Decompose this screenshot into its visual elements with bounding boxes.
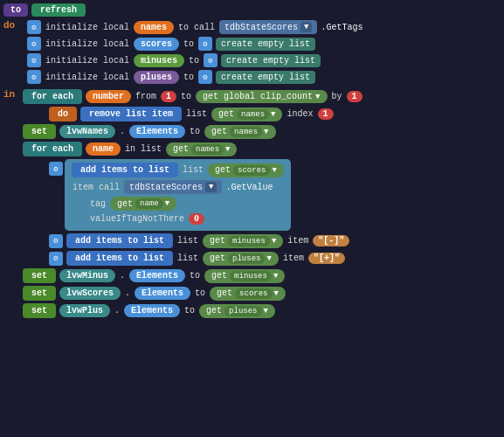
get-text-2: get: [211, 127, 227, 136]
in-list-label: in list: [125, 144, 162, 154]
dropdown-arrow-9[interactable]: ▼: [273, 272, 278, 281]
dropdown-arrow-4[interactable]: ▼: [225, 145, 230, 154]
value-row: valueIfTagNotThere 0: [87, 213, 286, 225]
for-each-kw-2: for each: [23, 142, 82, 156]
get-tags-method: .GetTags: [321, 23, 362, 32]
from-val: 1: [161, 91, 176, 102]
dropdown-arrow-3[interactable]: ▼: [264, 128, 268, 136]
dropdown-arrow-6[interactable]: ▼: [165, 199, 169, 208]
create-empty-list-1: create empty list: [216, 38, 315, 51]
dot-2: .: [120, 271, 125, 281]
get-names-block[interactable]: get names ▼: [211, 108, 282, 121]
lvwminus-chip[interactable]: lvwMinus: [59, 269, 115, 282]
elements-chip-2[interactable]: Elements: [129, 269, 185, 282]
to-label-3: to: [189, 56, 199, 66]
set-lvwnames-row: set lvwNames . Elements to get names ▼: [21, 124, 501, 139]
elements-chip-3[interactable]: Elements: [135, 287, 190, 300]
do-nested-block: ⚙ add items to list list get scores ▼: [21, 159, 501, 268]
dropdown-arrow-5[interactable]: ▼: [272, 166, 276, 175]
get-minuses-block[interactable]: get minuses ▼: [203, 234, 283, 248]
do-remove-row: do remove list item list get names ▼ ind…: [47, 107, 501, 121]
gear-icon-4: ⚙: [27, 53, 41, 67]
to-kw-4: to: [195, 288, 205, 298]
get-pluses-var-2: pluses: [224, 306, 261, 316]
value-0: 0: [189, 213, 204, 225]
get-minuses-var-2: minuses: [230, 271, 272, 281]
get-minuses-block-2[interactable]: get minuses ▼: [204, 269, 285, 283]
dropdown-arrow-8[interactable]: ▼: [266, 254, 271, 263]
minus-str: "[-]": [313, 235, 349, 246]
get-name-block[interactable]: get name ▼: [110, 197, 176, 211]
for-each-kw: for each: [23, 89, 82, 104]
item-label: item: [72, 183, 93, 192]
get-global-clip-count[interactable]: get global clip_count ▼: [196, 90, 327, 103]
init-label-4: initialize local: [45, 73, 129, 82]
get-pluses-block-2[interactable]: get pluses ▼: [199, 304, 275, 318]
minuses-var[interactable]: minuses: [134, 54, 184, 67]
scores-var[interactable]: scores: [134, 38, 179, 51]
set-lvwplus-row: set lvwPlus . Elements to get pluses ▼: [21, 303, 501, 318]
lvwscores-chip[interactable]: lvwScores: [59, 287, 121, 300]
by-label: by: [332, 92, 342, 101]
names-var[interactable]: names: [134, 21, 174, 34]
init-label-2: initialize local: [45, 39, 129, 49]
call-dropdown-2[interactable]: ▼: [205, 182, 217, 192]
for-each-name-row: for each name in list get names ▼: [21, 142, 501, 156]
call-block-name: tdbStateScores: [224, 23, 298, 32]
call-label-2: call: [99, 183, 120, 192]
item-label-2: item: [287, 236, 308, 246]
init-label-3: initialize local: [45, 56, 129, 66]
elements-chip[interactable]: Elements: [129, 125, 185, 138]
gear-icon-2: ⚙: [27, 37, 41, 51]
dot-sep: .: [120, 127, 125, 136]
get-names-list[interactable]: get names ▼: [166, 142, 237, 156]
block-editor: to refresh do ⚙ initialize local names t…: [0, 0, 504, 324]
init-names-row: ⚙ initialize local names to call tdbStat…: [25, 20, 501, 34]
get-text-5: get: [117, 199, 133, 209]
elements-chip-4[interactable]: Elements: [124, 304, 180, 317]
get-value-method: .GetValue: [225, 183, 273, 192]
get-names-block-2[interactable]: get names ▼: [204, 125, 275, 139]
set-lvwscores-row: set lvwScores . Elements to get scores ▼: [21, 286, 501, 301]
dropdown-arrow-2[interactable]: ▼: [271, 110, 275, 119]
dropdown-arrow[interactable]: ▼: [315, 93, 320, 101]
get-text-6: get: [210, 236, 225, 246]
get-names-var-2: names: [230, 127, 262, 137]
gear-icon: ⚙: [27, 20, 41, 34]
get-text-3: get: [173, 144, 189, 154]
add-items-scores-block: add items to list list get scores ▼ item…: [65, 159, 291, 231]
tdb-state-scores-call[interactable]: tdbStateScores ▼: [219, 20, 317, 34]
pluses-var[interactable]: pluses: [134, 71, 179, 84]
list-label-2: list: [183, 165, 204, 175]
get-scores-block-2[interactable]: get scores ▼: [210, 287, 286, 301]
call-dropdown[interactable]: ▼: [300, 22, 312, 32]
get-text-8: get: [211, 271, 227, 281]
to-label-4: to: [183, 73, 194, 82]
dropdown-arrow-11[interactable]: ▼: [264, 307, 268, 316]
get-names-var: names: [237, 109, 269, 120]
get-text-9: get: [217, 288, 232, 298]
tdb-state-scores-call-2[interactable]: tdbStateScores ▼: [124, 180, 222, 194]
get-text-10: get: [206, 306, 222, 316]
lvwnames-chip[interactable]: lvwNames: [59, 125, 115, 138]
get-pluses-var: pluses: [228, 253, 265, 264]
name-var[interactable]: name: [86, 142, 121, 156]
list-label-3: list: [177, 236, 198, 246]
create-empty-list-3: create empty list: [216, 71, 315, 84]
get-pluses-block[interactable]: get pluses ▼: [203, 252, 279, 266]
add-items-pluses-row: ⚙ add items to list list get pluses ▼ it…: [47, 251, 501, 266]
dropdown-arrow-10[interactable]: ▼: [274, 289, 279, 298]
index-label: index: [287, 109, 313, 119]
create-empty-list-2: create empty list: [221, 54, 321, 67]
lvwplus-chip[interactable]: lvwPlus: [59, 304, 110, 317]
dropdown-arrow-7[interactable]: ▼: [272, 237, 276, 246]
for-each-number-row: for each number from 1 to get global cli…: [21, 89, 501, 104]
get-block-text: get global clip_count: [203, 92, 313, 101]
number-var[interactable]: number: [86, 90, 131, 103]
refresh-button[interactable]: refresh: [31, 3, 86, 17]
get-names-var-3: names: [191, 144, 224, 155]
from-label: from: [135, 92, 156, 101]
value-label: valueIfTagNotThere: [90, 214, 184, 224]
gear-icon-5: ⚙: [204, 53, 217, 67]
get-scores-block[interactable]: get scores ▼: [208, 163, 284, 177]
